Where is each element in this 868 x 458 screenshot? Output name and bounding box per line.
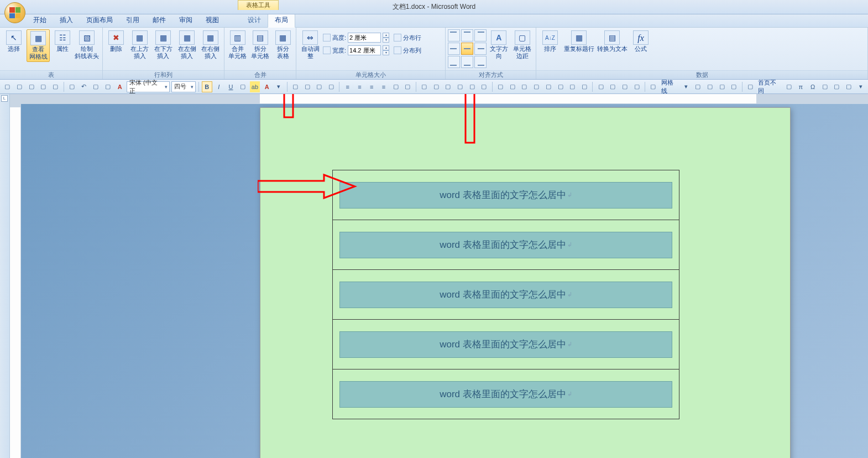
qat-btn[interactable]: ▢: [103, 81, 113, 92]
qat-btn[interactable]: ▢: [595, 81, 606, 92]
qat-btn[interactable]: ▢: [302, 81, 312, 92]
qat-btn[interactable]: ▢: [91, 81, 101, 92]
tab-home[interactable]: 开始: [27, 14, 53, 27]
qat-btn[interactable]: ▢: [507, 81, 517, 92]
qat-btn[interactable]: ▾: [681, 81, 691, 92]
qat-btn[interactable]: ▾: [855, 81, 866, 92]
align-bot-left[interactable]: [448, 56, 460, 68]
select-button[interactable]: ↖选择: [2, 29, 25, 54]
office-button[interactable]: [4, 2, 25, 23]
align-top-center[interactable]: [461, 29, 473, 41]
insert-above-button[interactable]: ▦在上方 插入: [129, 29, 151, 61]
convert-to-text-button[interactable]: ▤转换为文本: [596, 29, 628, 54]
qat-btn[interactable]: ▢: [26, 81, 36, 92]
qat-btn[interactable]: ▢: [648, 81, 658, 92]
qat-btn[interactable]: ▢: [479, 81, 489, 92]
height-input[interactable]: [348, 33, 381, 43]
delete-button[interactable]: ✖删除: [105, 29, 128, 54]
qat-btn[interactable]: ▢: [531, 81, 542, 92]
qat-btn[interactable]: ▢: [693, 81, 703, 92]
qat-btn[interactable]: ▢: [402, 81, 413, 92]
align-bot-center[interactable]: [461, 56, 473, 68]
split-cells-button[interactable]: ▤拆分 单元格: [249, 29, 271, 61]
tab-table-design[interactable]: 设计: [241, 14, 268, 27]
qat-btn[interactable]: ▢: [729, 81, 739, 92]
font-name-combo[interactable]: 宋体 (中文正: [127, 81, 170, 92]
qat-btn[interactable]: ▢: [567, 81, 578, 92]
qat-btn[interactable]: ▢: [419, 81, 430, 92]
table-row[interactable]: word 表格里面的文字怎么居中↲: [333, 369, 679, 419]
tab-review[interactable]: 审阅: [172, 14, 199, 27]
qat-btn[interactable]: ▢: [390, 81, 401, 92]
merge-cells-button[interactable]: ▥合并 单元格: [227, 29, 248, 61]
align-mid-left[interactable]: [448, 43, 460, 55]
autofit-button[interactable]: ⇔自动调整: [299, 29, 322, 61]
table-row[interactable]: word 表格里面的文字怎么居中↲: [333, 220, 679, 270]
qat-btn[interactable]: ▢: [495, 81, 506, 92]
qat-btn[interactable]: ▢: [555, 81, 566, 92]
qat-btn[interactable]: A: [114, 81, 125, 92]
qat-btn[interactable]: ▢: [819, 81, 830, 92]
cell-margins-button[interactable]: ▢单元格 边距: [511, 29, 534, 61]
qat-btn[interactable]: ▢: [631, 81, 642, 92]
qat-btn[interactable]: π: [796, 81, 806, 92]
qat-btn[interactable]: ▢: [543, 81, 553, 92]
qat-btn[interactable]: ▢: [783, 81, 794, 92]
formula-button[interactable]: fx公式: [629, 29, 652, 54]
split-table-button[interactable]: ▦拆分 表格: [272, 29, 294, 61]
font-size-combo[interactable]: 四号: [171, 81, 196, 92]
table-row[interactable]: word 表格里面的文字怎么居中↲: [333, 170, 679, 220]
qat-btn[interactable]: ▢: [455, 81, 466, 92]
qat-btn[interactable]: ▢: [705, 81, 715, 92]
insert-left-button[interactable]: ▦在左侧 插入: [176, 29, 198, 61]
qat-btn[interactable]: ▢: [832, 81, 842, 92]
align-mid-center[interactable]: [461, 43, 473, 55]
qat-btn[interactable]: ▢: [467, 81, 477, 92]
qat-btn[interactable]: ↶: [79, 81, 89, 92]
document-table[interactable]: word 表格里面的文字怎么居中↲ word 表格里面的文字怎么居中↲ word…: [332, 170, 679, 419]
qat-btn[interactable]: Ω: [808, 81, 818, 92]
tab-table-layout[interactable]: 布局: [268, 13, 295, 28]
distribute-rows-button[interactable]: 分布行: [394, 32, 421, 44]
tab-insert[interactable]: 插入: [53, 14, 80, 27]
qat-btn[interactable]: ▢: [314, 81, 325, 92]
qat-btn[interactable]: ▢: [38, 81, 49, 92]
qat-btn[interactable]: ▢: [844, 81, 854, 92]
qat-btn[interactable]: ▢: [519, 81, 530, 92]
qat-btn[interactable]: ▢: [431, 81, 441, 92]
qat-btn[interactable]: ▢: [608, 81, 618, 92]
tab-selector[interactable]: L: [1, 95, 8, 102]
highlight-button[interactable]: ab: [250, 81, 260, 92]
draw-diagonal-button[interactable]: ▧绘制 斜线表头: [75, 29, 98, 61]
distribute-cols-button[interactable]: 分布列: [394, 44, 421, 56]
width-spinner[interactable]: ▴▾: [383, 45, 389, 55]
font-color-button[interactable]: A: [262, 81, 272, 92]
qat-btn[interactable]: ▢: [14, 81, 25, 92]
tab-mail[interactable]: 邮件: [146, 14, 172, 27]
tab-references[interactable]: 引用: [119, 14, 146, 27]
qat-btn[interactable]: ▢: [579, 81, 590, 92]
insert-right-button[interactable]: ▦在右侧 插入: [199, 29, 222, 61]
align-bot-right[interactable]: [474, 56, 487, 68]
italic-button[interactable]: I: [214, 81, 224, 92]
qat-btn[interactable]: ▢: [326, 81, 337, 92]
qat-btn[interactable]: ▢: [620, 81, 630, 92]
qat-btn[interactable]: ▢: [50, 81, 61, 92]
bold-button[interactable]: B: [202, 81, 212, 92]
document-area[interactable]: word 表格里面的文字怎么居中↲ word 表格里面的文字怎么居中↲ word…: [21, 94, 868, 458]
insert-below-button[interactable]: ▦在下方 插入: [152, 29, 175, 61]
qat-btn[interactable]: ▢: [290, 81, 301, 92]
qat-btn[interactable]: ▢: [717, 81, 727, 92]
horizontal-ruler[interactable]: [21, 94, 868, 104]
tab-view[interactable]: 视图: [199, 14, 226, 27]
table-row[interactable]: word 表格里面的文字怎么居中↲: [333, 270, 679, 320]
qat-btn[interactable]: ▢: [66, 81, 77, 92]
repeat-header-button[interactable]: ▦重复标题行: [563, 29, 595, 54]
qat-btn[interactable]: ▾: [274, 81, 284, 92]
view-gridlines-button[interactable]: ▦查看 网格线: [27, 29, 50, 62]
align-top-left[interactable]: [448, 29, 460, 41]
underline-button[interactable]: U: [226, 81, 236, 92]
qat-btn[interactable]: ▢: [238, 81, 248, 92]
align-top-right[interactable]: [474, 29, 487, 41]
vertical-ruler[interactable]: [10, 94, 21, 458]
